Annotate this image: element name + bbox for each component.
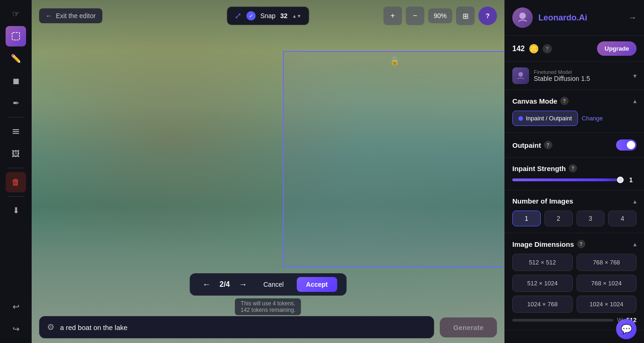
canvas-mode-section: Canvas Mode ? ▴ Inpaint / Outpaint Chang…: [505, 90, 644, 133]
select-tool-button[interactable]: [6, 26, 26, 46]
lock-icon: 🔒: [389, 56, 400, 66]
panel-collapse-button[interactable]: →: [628, 13, 637, 23]
dim-btn-768x768[interactable]: 768 × 768: [577, 254, 637, 271]
right-panel: Leonardo.Ai → 142 🪙 ? Upgrade Finetuned …: [504, 0, 644, 343]
svg-rect-1: [13, 129, 19, 130]
token-info-line2: 142 tokens remaining.: [241, 307, 295, 313]
image-dimensions-help-icon[interactable]: ?: [577, 240, 585, 248]
num-images-btn-2[interactable]: 2: [544, 211, 573, 226]
outpaint-section: Outpaint ?: [505, 133, 644, 158]
num-images-btn-4[interactable]: 4: [608, 211, 637, 226]
inpaint-strength-help-icon[interactable]: ?: [569, 164, 577, 172]
left-toolbar: ☞ ✏️ ◼ ✒ 🖼 🗑 ⬇ ↩ ↪: [0, 0, 32, 343]
chat-bubble-button[interactable]: 💬: [616, 319, 637, 339]
layers-tool-button[interactable]: [6, 121, 26, 142]
image-dimensions-title: Image Dimensions ?: [512, 240, 585, 248]
undo-button[interactable]: ↩: [6, 297, 26, 317]
inpaint-strength-label: Inpaint Strength: [512, 165, 566, 172]
toolbar-separator-2: [7, 168, 24, 168]
outpaint-row: Outpaint ?: [512, 139, 637, 151]
credits-row: 142 🪙 ? Upgrade: [505, 36, 644, 62]
prompt-bar: ⚙ Generate: [39, 316, 497, 338]
exit-editor-label: Exit the editor: [56, 12, 96, 20]
snap-arrows[interactable]: ▲▼: [292, 13, 302, 19]
zoom-in-button[interactable]: +: [383, 7, 402, 25]
exit-editor-button[interactable]: ← Exit the editor: [39, 8, 102, 23]
outpaint-title: Outpaint ?: [512, 141, 552, 149]
num-images-btn-3[interactable]: 3: [577, 211, 605, 226]
svg-point-4: [519, 13, 526, 19]
image-tool-button[interactable]: 🖼: [6, 144, 26, 164]
outpaint-help-icon[interactable]: ?: [544, 141, 552, 149]
credits-coin-icon: 🪙: [529, 44, 539, 54]
svg-rect-2: [13, 131, 19, 132]
exit-arrow-icon: ←: [46, 12, 52, 20]
delete-tool-button[interactable]: 🗑: [6, 172, 26, 192]
image-dimensions-header: Image Dimensions ? ▴: [512, 240, 637, 248]
help-button[interactable]: ?: [478, 7, 497, 25]
download-tool-button[interactable]: ⬇: [6, 200, 26, 221]
dim-btn-512x1024[interactable]: 512 × 1024: [512, 275, 573, 292]
inpaint-strength-thumb: [617, 177, 624, 183]
eraser-tool-button[interactable]: ◼: [6, 71, 26, 91]
top-bar: ← Exit the editor ⤢ ✓ Snap 32 ▲▼ + − 90%…: [32, 0, 504, 32]
snap-control: ⤢ ✓ Snap 32 ▲▼: [227, 7, 309, 25]
svg-rect-0: [12, 33, 20, 40]
generate-button[interactable]: Generate: [440, 317, 497, 337]
panel-header: Leonardo.Ai →: [505, 0, 644, 36]
next-page-button[interactable]: →: [235, 277, 250, 292]
page-navigation: ← 2/4 → Cancel Accept This will use 4 to…: [190, 273, 347, 315]
prev-page-button[interactable]: ←: [199, 277, 214, 292]
dim-btn-512x512[interactable]: 512 × 512: [512, 254, 573, 271]
redo-button[interactable]: ↪: [6, 319, 26, 339]
prompt-input-wrapper: ⚙: [39, 316, 434, 338]
hand-tool-button[interactable]: ☞: [6, 4, 26, 24]
toolbar-separator-1: [7, 117, 24, 118]
num-images-label: Number of Images: [512, 197, 573, 205]
mode-active-dot: [518, 116, 523, 121]
credits-count: 142: [512, 45, 525, 53]
zoom-out-button[interactable]: −: [406, 7, 424, 25]
change-mode-button[interactable]: Change: [582, 115, 603, 122]
page-nav-bar: ← 2/4 → Cancel Accept: [190, 273, 347, 296]
inpaint-strength-title: Inpaint Strength ?: [512, 164, 577, 172]
outpaint-toggle[interactable]: [616, 139, 637, 151]
width-slider[interactable]: [512, 319, 613, 322]
prompt-settings-icon[interactable]: ⚙: [47, 322, 54, 332]
canvas-area: ← Exit the editor ⤢ ✓ Snap 32 ▲▼ + − 90%…: [32, 0, 504, 343]
num-images-btn-1[interactable]: 1: [512, 211, 541, 226]
pen-tool-button[interactable]: ✒: [6, 93, 26, 113]
brush-tool-button[interactable]: ✏️: [6, 48, 26, 69]
accept-button[interactable]: Accept: [297, 277, 337, 292]
token-info-line1: This will use 4 tokens.: [241, 300, 295, 307]
inpaint-option-label: Inpaint / Outpaint: [526, 115, 572, 122]
model-info: Finetuned Model Stable Diffusion 1.5: [534, 69, 629, 82]
dim-btn-768x1024[interactable]: 768 × 1024: [577, 275, 637, 292]
top-right-controls: + − 90% ⊞ ?: [383, 7, 497, 25]
next-arrow-icon: →: [239, 280, 247, 290]
grid-button[interactable]: ⊞: [456, 7, 475, 25]
canvas-mode-chevron-up-icon: ▴: [633, 97, 637, 105]
cancel-button[interactable]: Cancel: [256, 277, 291, 292]
num-images-grid: 1 2 3 4: [512, 211, 637, 226]
inpaint-outpaint-option[interactable]: Inpaint / Outpaint: [512, 111, 578, 126]
num-images-title: Number of Images: [512, 197, 573, 205]
canvas-mode-label: Canvas Mode: [512, 97, 557, 105]
dim-btn-1024x1024[interactable]: 1024 × 1024: [577, 296, 637, 313]
mode-options: Inpaint / Outpaint Change: [512, 111, 637, 126]
inpaint-strength-header: Inpaint Strength ?: [512, 164, 637, 172]
num-images-chevron-up-icon: ▴: [633, 198, 637, 205]
inpaint-strength-slider[interactable]: [512, 178, 624, 181]
upgrade-button[interactable]: Upgrade: [597, 41, 637, 56]
selection-overlay: 🔒: [283, 51, 504, 267]
snap-check-icon: ✓: [246, 11, 255, 20]
chat-section: 💬: [505, 330, 644, 343]
model-selector[interactable]: Finetuned Model Stable Diffusion 1.5 ▾: [505, 62, 644, 90]
dim-btn-1024x768[interactable]: 1024 × 768: [512, 296, 573, 313]
prompt-input[interactable]: [60, 323, 426, 331]
model-chevron-down-icon: ▾: [633, 72, 637, 79]
canvas-mode-help-icon[interactable]: ?: [560, 97, 569, 105]
credits-help-button[interactable]: ?: [543, 44, 552, 53]
token-info: This will use 4 tokens. 142 tokens remai…: [235, 298, 301, 315]
num-images-header: Number of Images ▴: [512, 197, 637, 205]
